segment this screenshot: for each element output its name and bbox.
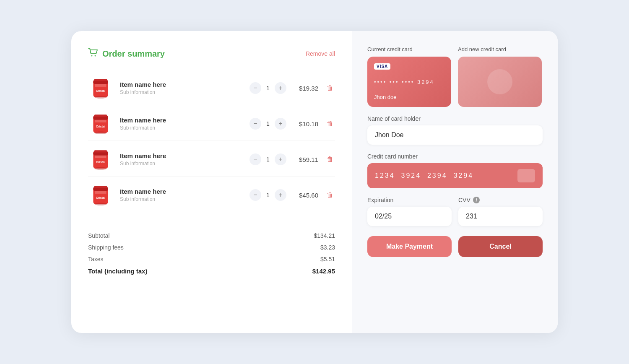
svg-rect-16 xyxy=(95,156,107,158)
cvv-label: CVV xyxy=(458,197,470,203)
qty-value-3: 1 xyxy=(265,156,270,163)
subtotal-row: Subtotal $134.21 xyxy=(88,232,335,239)
item-name-2: Item name here xyxy=(120,117,243,124)
svg-text:Cristal: Cristal xyxy=(96,89,106,93)
item-price-3: $59.11 xyxy=(293,156,318,163)
holder-name-input[interactable] xyxy=(367,125,543,145)
cards-section: Current credit card VISA •••• ••• •••• 3… xyxy=(367,46,543,107)
item-details-3: Item name here Sub information xyxy=(120,152,243,166)
item-price-2: $10.18 xyxy=(293,120,318,127)
item-image-3: Cristal xyxy=(88,147,113,172)
svg-rect-5 xyxy=(94,79,107,81)
increase-qty-4[interactable]: + xyxy=(275,189,286,201)
svg-text:Cristal: Cristal xyxy=(96,160,106,164)
table-row: Cristal Item name here Sub information −… xyxy=(88,143,335,177)
decrease-qty-2[interactable]: − xyxy=(250,118,261,130)
svg-rect-10 xyxy=(95,120,107,122)
card-number-input[interactable] xyxy=(375,172,503,179)
cvv-input[interactable] xyxy=(458,207,543,226)
card-holder-display: Jhon doe xyxy=(374,94,444,100)
new-card-group: Add new credit card xyxy=(458,46,542,107)
grand-total-value: $142.95 xyxy=(312,268,335,275)
item-name-4: Item name here xyxy=(120,188,243,195)
quantity-control-3: − 1 + xyxy=(250,153,286,165)
shipping-row: Shipping fees $3.23 xyxy=(88,244,335,251)
increase-qty-2[interactable]: + xyxy=(275,118,286,130)
order-items-list: Cristal Item name here Sub information −… xyxy=(88,71,335,212)
svg-rect-23 xyxy=(94,186,107,188)
grand-total-row: Total (including tax) $142.95 xyxy=(88,268,335,275)
expiration-field-group: Expiration xyxy=(367,197,452,226)
taxes-label: Taxes xyxy=(88,256,104,263)
card-number-wrapper xyxy=(367,163,543,188)
item-image-4: Cristal xyxy=(88,182,113,208)
item-name-3: Item name here xyxy=(120,152,243,159)
current-card-label: Current credit card xyxy=(367,46,451,52)
info-icon: i xyxy=(473,197,480,203)
quantity-control-1: − 1 + xyxy=(250,82,286,94)
card-number-field-group: Credit card number xyxy=(367,153,543,188)
item-sub-2: Sub information xyxy=(120,125,243,131)
delete-item-4[interactable]: 🗑 xyxy=(325,190,335,200)
svg-text:Cristal: Cristal xyxy=(96,196,106,200)
table-row: Cristal Item name here Sub information −… xyxy=(88,107,335,141)
qty-value-4: 1 xyxy=(265,192,270,198)
svg-point-13 xyxy=(95,132,107,134)
card-chip-icon xyxy=(517,169,535,182)
svg-text:Cristal: Cristal xyxy=(96,125,106,128)
delete-item-2[interactable]: 🗑 xyxy=(325,118,335,129)
svg-point-19 xyxy=(95,167,107,170)
item-sub-3: Sub information xyxy=(120,161,243,166)
taxes-row: Taxes $5.51 xyxy=(88,256,335,263)
delete-item-3[interactable]: 🗑 xyxy=(325,154,335,165)
svg-point-7 xyxy=(95,96,107,99)
item-price-4: $45.60 xyxy=(293,192,318,199)
decrease-qty-1[interactable]: − xyxy=(250,82,261,94)
remove-all-button[interactable]: Remove all xyxy=(306,50,335,57)
svg-rect-11 xyxy=(94,114,107,117)
svg-rect-22 xyxy=(95,191,107,194)
item-price-1: $19.32 xyxy=(293,85,318,92)
item-name-1: Item name here xyxy=(120,81,243,88)
make-payment-button[interactable]: Make Payment xyxy=(367,236,452,257)
qty-value-2: 1 xyxy=(265,120,270,127)
increase-qty-3[interactable]: + xyxy=(275,153,286,165)
shipping-value: $3.23 xyxy=(320,244,335,251)
current-credit-card[interactable]: VISA •••• ••• •••• 3294 Jhon doe xyxy=(367,57,451,107)
item-details-1: Item name here Sub information xyxy=(120,81,243,95)
grand-total-label: Total (including tax) xyxy=(88,268,147,275)
payment-buttons-row: Make Payment Cancel xyxy=(367,236,543,257)
delete-item-1[interactable]: 🗑 xyxy=(325,83,335,94)
increase-qty-1[interactable]: + xyxy=(275,82,286,94)
holder-name-field-group: Name of card holder xyxy=(367,115,543,145)
item-image-2: Cristal xyxy=(88,111,113,136)
item-details-4: Item name here Sub information xyxy=(120,188,243,202)
subtotal-value: $134.21 xyxy=(314,232,335,239)
current-card-group: Current credit card VISA •••• ••• •••• 3… xyxy=(367,46,451,107)
table-row: Cristal Item name here Sub information −… xyxy=(88,178,335,212)
right-panel: Current credit card VISA •••• ••• •••• 3… xyxy=(352,31,558,333)
card-number-label: Credit card number xyxy=(367,153,543,160)
visa-badge: VISA xyxy=(374,63,390,70)
decrease-qty-3[interactable]: − xyxy=(250,153,261,165)
order-summary-title: Order summary xyxy=(102,49,165,59)
cancel-button[interactable]: Cancel xyxy=(458,236,543,257)
cvv-field-group: CVV i xyxy=(458,197,543,226)
item-details-2: Item name here Sub information xyxy=(120,117,243,131)
left-panel: Order summary Remove all Cristal xyxy=(71,31,352,333)
expiration-label: Expiration xyxy=(367,197,452,203)
order-title-group: Order summary xyxy=(88,48,165,60)
holder-name-label: Name of card holder xyxy=(367,115,543,122)
add-new-credit-card[interactable] xyxy=(458,57,542,107)
new-card-label: Add new credit card xyxy=(458,46,542,52)
item-sub-1: Sub information xyxy=(120,89,243,95)
subtotal-label: Subtotal xyxy=(88,232,109,239)
item-sub-4: Sub information xyxy=(120,196,243,202)
svg-rect-4 xyxy=(95,84,107,87)
svg-point-0 xyxy=(91,55,93,57)
expiration-input[interactable] xyxy=(367,207,452,226)
svg-rect-17 xyxy=(94,150,107,152)
card-circle-decoration xyxy=(487,69,512,94)
svg-point-25 xyxy=(95,203,107,205)
decrease-qty-4[interactable]: − xyxy=(250,189,261,201)
